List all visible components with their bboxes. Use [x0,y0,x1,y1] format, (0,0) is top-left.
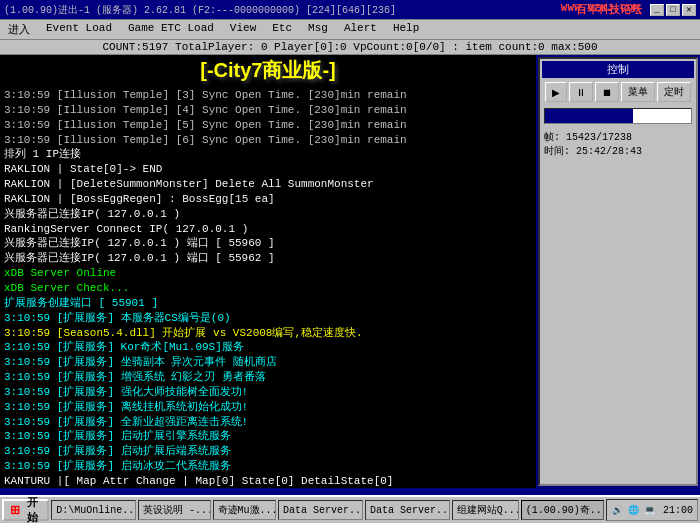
log-line: 兴服务器已连接IP( 127.0.0.1 ) 端口 [ 55960 ] [4,236,532,251]
status-text: COUNT:5197 TotalPlayer: 0 Player[0]:0 Vp… [102,41,597,53]
system-tray: 🔊 🌐 💻 21:00 [606,499,698,521]
taskbar-item-1[interactable]: 英设说明 -... [138,500,210,520]
tray-icon-network: 🌐 [627,503,641,517]
tray-icon-speaker: 🔊 [611,503,625,517]
log-line: 3:10:59 [扩展服务] 启动扩展引擎系统服务 [4,429,532,444]
title-text: (1.00.90)进出-1 (服务器) 2.62.81 (F2:---00000… [4,3,396,17]
console-area: [-City7商业版-] 3:10:59 [Illusion Temple] [… [0,55,536,488]
taskbar-item-3[interactable]: Data Server... [278,500,363,520]
log-line: RankingServer Connect IP( 127.0.0.1 ) [4,222,532,237]
log-line: 3:10:59 [扩展服务] 坐骑副本 异次元事件 随机商店 [4,355,532,370]
ctrl-stop-button[interactable]: ⏹ [595,82,619,102]
taskbar-item-4[interactable]: Data Server... [365,500,450,520]
log-line: xDB Server Online [4,266,532,281]
log-container: 3:10:59 [Illusion Temple] [3] Sync Open … [4,88,532,488]
log-line: 3:10:59 [扩展服务] 全新业超强距离连击系统! [4,415,532,430]
log-line: 3:10:59 [扩展服务] 启动冰攻二代系统服务 [4,459,532,474]
windows-icon: ⊞ [10,503,20,517]
log-line: RAKLION | [BossEggRegen] : BossEgg[15 ea… [4,192,532,207]
taskbar: ⊞ 开始 D:\MuOnline... 英设说明 -... 奇迹Mu激... D… [0,495,700,523]
log-line: 3:10:59 [Illusion Temple] [3] Sync Open … [4,88,532,103]
log-line: 3:10:59 [扩展服务] 启动扩展后端系统服务 [4,444,532,459]
website-url: WWW.VZKJ.COM [561,2,640,14]
menu-msg[interactable]: Msg [304,21,332,38]
ctrl-play-button[interactable]: ▶ [545,82,567,102]
close-button[interactable]: ✕ [682,4,696,16]
control-title: 控制 [542,61,694,78]
main-area: [-City7商业版-] 3:10:59 [Illusion Temple] [… [0,55,700,488]
ctrl-pause-button[interactable]: ⏸ [569,82,593,102]
log-line: 3:10:59 [扩展服务] 离线挂机系统初始化成功! [4,400,532,415]
log-line: 排列 1 IP连接 [4,147,532,162]
log-line: 扩展服务创建端口 [ 55901 ] [4,296,532,311]
taskbar-item-6[interactable]: (1.00.90)奇... [521,500,604,520]
log-line: KANTURU |[ Map Attr Change | Map[0] Stat… [4,474,532,488]
console-title: [-City7商业版-] [4,57,532,84]
menu-enter[interactable]: 进入 [4,21,34,38]
log-line: 3:10:59 [扩展服务] Kor奇术[Mu1.09S]服务 [4,340,532,355]
menu-alert[interactable]: Alert [340,21,381,38]
stats-frame: 帧: 15423/17238 [544,130,692,144]
ctrl-menu-button[interactable]: 菜单 [621,82,655,102]
log-line: 3:10:59 [Season5.4.dll] 开始扩展 vs VS2008编写… [4,326,532,341]
control-stats: 帧: 15423/17238 时间: 25:42/28:43 [542,128,694,160]
log-line: 兴服务器已连接IP( 127.0.0.1 ) 端口 [ 55962 ] [4,251,532,266]
log-line: RAKLION | State[0]-> END [4,162,532,177]
control-panel: 控制 ▶ ⏸ ⏹ 菜单 定时 帧: 15423/17238 时间: 25:42/… [538,57,698,486]
log-line: 3:10:59 [Illusion Temple] [6] Sync Open … [4,133,532,148]
taskbar-item-5[interactable]: 组建网站Q... [452,500,519,520]
menu-eventload[interactable]: Event Load [42,21,116,38]
stats-time: 时间: 25:42/28:43 [544,144,692,158]
log-line: 3:10:59 [扩展服务] 强化大师技能树全面发功! [4,385,532,400]
menu-gameetcload[interactable]: Game ETC Load [124,21,218,38]
ctrl-timer-button[interactable]: 定时 [657,82,691,102]
control-buttons: ▶ ⏸ ⏹ 菜单 定时 [542,82,694,102]
taskbar-item-2[interactable]: 奇迹Mu激... [213,500,277,520]
title-bar-left: (1.00.90)进出-1 (服务器) 2.62.81 (F2:---00000… [4,3,396,17]
menu-help[interactable]: Help [389,21,423,38]
menu-bar: 进入 Event Load Game ETC Load View Etc Msg… [0,20,700,40]
status-top-bar: COUNT:5197 TotalPlayer: 0 Player[0]:0 Vp… [0,40,700,55]
log-line: RAKLION | [DeleteSummonMonster] Delete A… [4,177,532,192]
minimize-button[interactable]: _ [650,4,664,16]
start-label: 开始 [23,495,41,523]
progress-fill [545,109,633,123]
log-line: 3:10:59 [Illusion Temple] [4] Sync Open … [4,103,532,118]
tray-time: 21:00 [663,505,693,516]
taskbar-item-0[interactable]: D:\MuOnline... [51,500,136,520]
tray-icon-computer: 💻 [643,503,657,517]
log-line: 3:10:59 [扩展服务] 增强系统 幻影之刃 勇者番落 [4,370,532,385]
maximize-button[interactable]: □ [666,4,680,16]
log-line: 兴服务器已连接IP( 127.0.0.1 ) [4,207,532,222]
log-line: 3:10:59 [Illusion Temple] [5] Sync Open … [4,118,532,133]
menu-view[interactable]: View [226,21,260,38]
start-button[interactable]: ⊞ 开始 [2,499,49,521]
log-line: xDB Server Check... [4,281,532,296]
log-line: 3:10:59 [扩展服务] 本服务器CS编号是(0) [4,311,532,326]
menu-etc[interactable]: Etc [268,21,296,38]
control-progress-bar [544,108,692,124]
